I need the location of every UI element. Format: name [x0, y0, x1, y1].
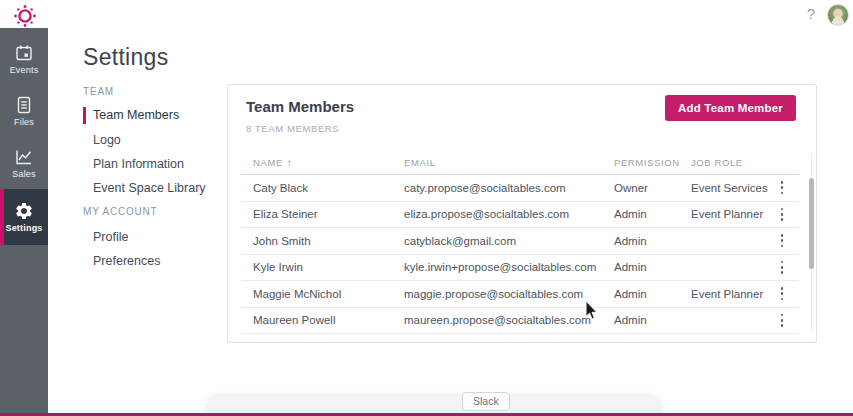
- slack-tab[interactable]: Slack: [462, 392, 510, 411]
- nav-section-team: TEAM: [83, 86, 114, 97]
- member-name: John Smith: [241, 235, 392, 247]
- table-row: Eliza Steiner eliza.propose@socialtables…: [241, 202, 799, 229]
- team-members-table: NAME ↑ EMAIL PERMISSION i JOB ROLE Caty …: [241, 151, 799, 334]
- team-member-count: 8 TEAM MEMBERS: [246, 123, 339, 134]
- member-name: Maureen Powell: [241, 314, 392, 326]
- sidebar-item-label: Sales: [12, 169, 36, 179]
- nav-active-indicator: [83, 107, 86, 124]
- sidebar-item-label: Events: [10, 65, 39, 75]
- panel-title: Team Members: [246, 98, 354, 115]
- sidebar-item-settings[interactable]: Settings: [0, 189, 48, 245]
- member-permission: Admin: [602, 314, 679, 326]
- row-menu-kebab-icon[interactable]: [771, 231, 793, 251]
- user-avatar[interactable]: [827, 4, 849, 26]
- row-menu-kebab-icon[interactable]: [771, 284, 793, 304]
- member-job-role: Event Planner: [679, 288, 769, 300]
- member-name: Eliza Steiner: [241, 208, 392, 220]
- member-email: eliza.propose@socialtables.com: [392, 208, 602, 220]
- gear-icon: [14, 201, 34, 221]
- nav-item-event-space-library[interactable]: Event Space Library: [93, 181, 206, 195]
- row-menu-kebab-icon[interactable]: [771, 257, 793, 277]
- table-row: Caty Black caty.propose@socialtables.com…: [241, 175, 799, 202]
- member-email: catyblack@gmail.com: [392, 235, 602, 247]
- row-menu-kebab-icon[interactable]: [771, 204, 793, 224]
- nav-item-team-members[interactable]: Team Members: [93, 108, 179, 122]
- column-header-permission[interactable]: PERMISSION i: [602, 157, 679, 168]
- member-email: kyle.irwin+propose@socialtables.com: [392, 261, 602, 273]
- sidebar-item-label: Files: [14, 117, 34, 127]
- member-job-role: Event Services: [679, 182, 769, 194]
- member-permission: Admin: [602, 208, 679, 220]
- sidebar-item-files[interactable]: Files: [0, 85, 48, 137]
- member-permission: Admin: [602, 235, 679, 247]
- document-icon: [14, 95, 34, 115]
- member-permission: Admin: [602, 261, 679, 273]
- help-icon[interactable]: ?: [802, 5, 820, 23]
- sort-asc-icon: ↑: [287, 157, 293, 168]
- row-menu-kebab-icon[interactable]: [771, 310, 793, 330]
- member-job-role: Event Planner: [679, 208, 769, 220]
- member-name: Kyle Irwin: [241, 261, 392, 273]
- column-header-job-role[interactable]: JOB ROLE: [679, 157, 769, 168]
- socialtables-logo-icon[interactable]: [12, 2, 38, 28]
- calendar-icon: [14, 43, 34, 63]
- column-header-name[interactable]: NAME ↑: [241, 157, 392, 168]
- topbar: ?: [0, 0, 853, 28]
- sidebar-item-events[interactable]: Events: [0, 33, 48, 85]
- row-menu-kebab-icon[interactable]: [771, 178, 793, 198]
- app-sidebar: Events Files Sales Settings: [0, 28, 48, 413]
- nav-item-plan-information[interactable]: Plan Information: [93, 157, 184, 171]
- table-scrollbar-thumb[interactable]: [809, 178, 814, 269]
- sidebar-item-sales[interactable]: Sales: [0, 137, 48, 189]
- member-email: caty.propose@socialtables.com: [392, 182, 602, 194]
- nav-item-preferences[interactable]: Preferences: [93, 254, 160, 268]
- line-chart-icon: [14, 147, 34, 167]
- nav-section-my-account: MY ACCOUNT: [83, 206, 158, 217]
- table-row: John Smith catyblack@gmail.com Admin: [241, 228, 799, 255]
- member-name: Caty Black: [241, 182, 392, 194]
- member-email: maggie.propose@socialtables.com: [392, 288, 602, 300]
- member-email: maureen.propose@socialtables.com: [392, 314, 602, 326]
- member-permission: Owner: [602, 182, 679, 194]
- table-row: Kyle Irwin kyle.irwin+propose@socialtabl…: [241, 255, 799, 282]
- column-header-email[interactable]: EMAIL: [392, 157, 602, 168]
- add-team-member-button[interactable]: Add Team Member: [665, 95, 796, 121]
- active-indicator: [0, 189, 4, 245]
- table-header-row: NAME ↑ EMAIL PERMISSION i JOB ROLE: [241, 151, 799, 175]
- table-row: Maureen Powell maureen.propose@socialtab…: [241, 308, 799, 335]
- nav-item-profile[interactable]: Profile: [93, 230, 128, 244]
- page-title: Settings: [83, 44, 169, 71]
- sidebar-item-label: Settings: [5, 223, 42, 233]
- member-name: Maggie McNichol: [241, 288, 392, 300]
- table-row: Maggie McNichol maggie.propose@socialtab…: [241, 281, 799, 308]
- team-members-panel: Team Members 8 TEAM MEMBERS Add Team Mem…: [227, 84, 817, 343]
- member-permission: Admin: [602, 288, 679, 300]
- nav-item-logo[interactable]: Logo: [93, 133, 121, 147]
